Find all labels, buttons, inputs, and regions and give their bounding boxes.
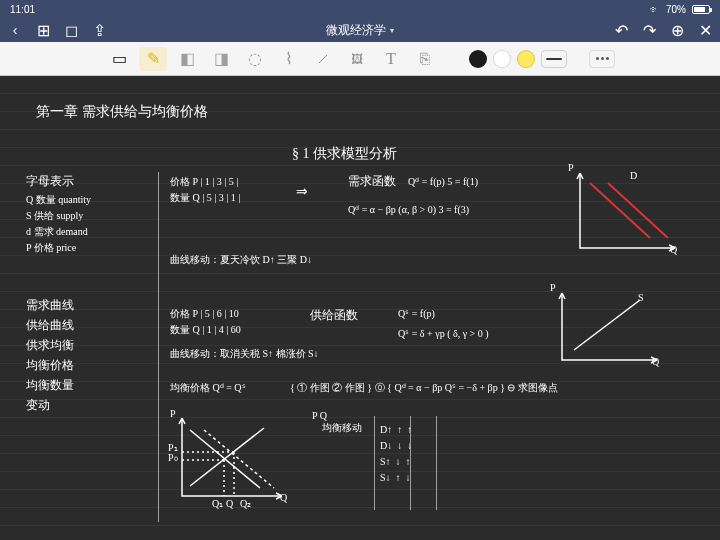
add-page-button[interactable]: ⊕ [670,23,684,37]
equil-table: D↑ ↑ ↑ D↓ ↓ ↓ S↑ ↓ ↑ S↓ ↑ ↓ [380,422,412,486]
lasso-icon: ◌ [248,49,262,68]
chevron-down-icon: ▾ [390,26,394,35]
nav-bar: ‹ ⊞ ◻ ⇪ 微观经济学 ▾ ↶ ↷ ⊕ ✕ [0,18,720,42]
image-icon: 🖼 [351,52,363,66]
bookmark-icon[interactable]: ◻ [64,23,78,37]
b1-rowq: 数量 Q | 5 | 3 | 1 | [170,192,240,204]
b1-arrow: ⇒ [296,184,308,201]
lab-q1: Q₁ [212,498,223,510]
eraser-hard-tool[interactable]: ◨ [207,47,235,71]
chart-supply: P Q S [552,288,662,376]
color-yellow[interactable] [517,50,535,68]
label-s: S [638,292,644,304]
legend-title: 字母表示 [26,174,74,188]
redo-button[interactable]: ↷ [642,23,656,37]
pen-tool[interactable]: ✎ [139,47,167,71]
axis-q-2: Q [652,356,659,368]
lab-q2: Q₂ [240,498,251,510]
ruler-tool[interactable]: ⟋ [309,47,337,71]
topic-4: 均衡数量 [26,378,74,392]
share-icon[interactable]: ⇪ [92,23,106,37]
chart-demand: P Q D [570,168,680,264]
topic-5: 变动 [26,398,50,412]
ruler-icon: ⟋ [315,50,331,68]
divider [158,172,159,522]
eraser-soft-tool[interactable]: ◧ [173,47,201,71]
color-white[interactable] [493,50,511,68]
b1-fntitle: 需求函数 [348,174,396,188]
eraser-hard-icon: ◨ [214,49,229,68]
status-right: ᯤ 70% [650,4,710,15]
color-black[interactable] [469,50,487,68]
chart-equilibrium: P Q P₀ P₁ Q₁ Q Q₂ [168,412,288,512]
b1-fn1: Qᵈ = f(p) 5 = f(1) [408,176,478,188]
axis-p-3: P [170,408,176,420]
equil-label: 均衡价格 Qᵈ = Qˢ [170,382,246,394]
label-d: D [630,170,637,182]
table-div-3 [436,416,437,510]
battery-pct: 70% [666,4,686,15]
b2-rowq: 数量 Q | 1 | 4 | 60 [170,324,241,336]
select-tool[interactable]: ▭ [105,47,133,71]
table-div-2 [410,416,411,510]
status-bar: 11:01 ᯤ 70% [0,0,720,18]
topic-2: 供求均衡 [26,338,74,352]
doc-title-text: 微观经济学 [326,22,386,39]
b2-fn1: Qˢ = f(p) [398,308,435,320]
table-div-1 [374,416,375,510]
undo-button[interactable]: ↶ [614,23,628,37]
svg-line-2 [574,300,640,350]
stroke-width[interactable] [541,50,567,68]
toolbar: ▭ ✎ ◧ ◨ ◌ ⌇ ⟋ 🖼 T ⎘ [0,42,720,76]
svg-line-3 [190,428,264,486]
topic-3: 均衡价格 [26,358,74,372]
more-tools[interactable] [589,50,615,68]
b2-fntitle: 供给函数 [310,308,358,322]
equil-table-title: 均衡移动 [322,422,362,434]
lab-q0: Q [226,498,233,510]
link-tool[interactable]: ⎘ [411,47,439,71]
b1-fn2: Qᵈ = α − βp (α, β > 0) 3 = f(3) [348,204,469,216]
b1-rowp: 价格 P | 1 | 3 | 5 | [170,176,238,188]
note-canvas[interactable]: 第一章 需求供给与均衡价格 § 1 供求模型分析 字母表示 Q 数量 quant… [0,76,720,540]
topic-1: 供给曲线 [26,318,74,332]
b2-fn2: Qˢ = δ + γp ( δ, γ > 0 ) [398,328,489,340]
axis-q-3: Q [280,492,287,504]
svg-line-1 [608,183,668,238]
link-icon: ⎘ [420,50,430,68]
equil-cols: P Q [312,410,327,422]
axis-q-1: Q [670,244,677,256]
text-icon: T [386,50,396,68]
doc-title[interactable]: 微观经济学 ▾ [326,22,394,39]
chapter-title: 第一章 需求供给与均衡价格 [36,104,208,121]
svg-line-0 [590,183,650,238]
select-icon: ▭ [112,49,127,68]
image-tool[interactable]: 🖼 [343,47,371,71]
axis-p-1: P [568,162,574,174]
section-title: § 1 供求模型分析 [292,146,397,163]
status-time: 11:01 [10,4,35,15]
axis-p-2: P [550,282,556,294]
legend-3: P 价格 price [26,242,76,254]
b1-shift: 曲线移动：夏天冷饮 D↑ 三聚 D↓ [170,254,312,266]
eraser-soft-icon: ◧ [180,49,195,68]
tape-tool[interactable]: ⌇ [275,47,303,71]
pen-icon: ✎ [147,49,160,68]
legend-1: S 供给 supply [26,210,83,222]
back-button[interactable]: ‹ [8,23,22,37]
lasso-tool[interactable]: ◌ [241,47,269,71]
svg-line-5 [204,430,274,488]
close-button[interactable]: ✕ [698,23,712,37]
equil-brace: { ① 作图 ② 作图 } ⓪ { Qᵈ = α − βp Qˢ = −δ + … [290,382,670,394]
legend-0: Q 数量 quantity [26,194,91,206]
grid-icon[interactable]: ⊞ [36,23,50,37]
wifi-icon: ᯤ [650,4,660,15]
b2-rowp: 价格 P | 5 | 6 | 10 [170,308,239,320]
b2-shift: 曲线移动：取消关税 S↑ 棉涨价 S↓ [170,348,319,360]
lab-p1: P₁ [168,442,178,454]
topic-0: 需求曲线 [26,298,74,312]
text-tool[interactable]: T [377,47,405,71]
tape-icon: ⌇ [285,49,293,68]
battery-icon [692,5,710,14]
legend-2: d 需求 demand [26,226,88,238]
